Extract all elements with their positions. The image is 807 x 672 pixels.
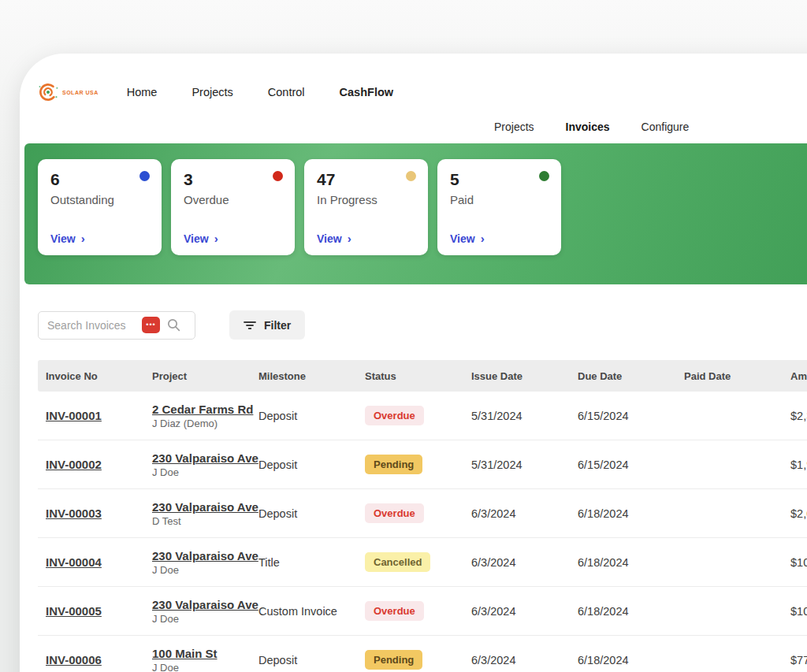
project-link[interactable]: 230 Valparaiso Ave bbox=[152, 451, 251, 465]
filter-button-label: Filter bbox=[264, 319, 291, 332]
amount-cell: $2,3 bbox=[783, 410, 807, 422]
invoices-table: Invoice NoProjectMilestoneStatusIssue Da… bbox=[38, 360, 807, 672]
column-header: Project bbox=[144, 370, 251, 382]
project-link[interactable]: 100 Main St bbox=[152, 647, 251, 660]
summary-cards-row: 6 Outstanding View› 3 Overdue View› 47 I… bbox=[24, 143, 807, 255]
table-body: INV-00001 2 Cedar Farms Rd J Diaz (Demo)… bbox=[38, 392, 807, 672]
column-header: Issue Date bbox=[463, 370, 570, 382]
status-badge: Pending bbox=[365, 455, 422, 474]
summary-banner: 6 Outstanding View› 3 Overdue View› 47 I… bbox=[24, 143, 807, 284]
summary-card-count: 47 bbox=[317, 170, 415, 189]
subnav-item-configure[interactable]: Configure bbox=[642, 121, 690, 133]
summary-card-label: Overdue bbox=[184, 193, 282, 206]
summary-card-count: 3 bbox=[184, 170, 282, 189]
amount-cell: $1,9 bbox=[783, 459, 807, 471]
summary-card-label: In Progress bbox=[317, 193, 415, 206]
column-header: Milestone bbox=[251, 370, 357, 382]
due-date-cell: 6/15/2024 bbox=[570, 459, 676, 471]
invoice-toolbar: ••• Filter bbox=[38, 310, 305, 340]
search-icon[interactable] bbox=[167, 318, 180, 332]
issue-date-cell: 6/3/2024 bbox=[463, 605, 570, 618]
status-dot-icon bbox=[273, 171, 283, 181]
chevron-right-icon: › bbox=[214, 232, 218, 245]
summary-card: 6 Outstanding View› bbox=[38, 159, 162, 255]
project-link[interactable]: 2 Cedar Farms Rd bbox=[152, 403, 251, 416]
brand-logo[interactable]: SOLAR USA bbox=[37, 81, 99, 103]
screen: SOLAR USA Home Projects Control CashFlow… bbox=[0, 0, 807, 672]
summary-card-count: 6 bbox=[50, 170, 149, 189]
column-header: Amo bbox=[783, 370, 807, 382]
table-row: INV-00002 230 Valparaiso Ave J Doe Depos… bbox=[38, 440, 807, 489]
column-header: Invoice No bbox=[38, 370, 144, 382]
chevron-right-icon: › bbox=[81, 232, 85, 245]
filter-icon bbox=[244, 320, 256, 331]
milestone-cell: Deposit bbox=[251, 654, 357, 666]
search-invoices-box: ••• bbox=[38, 311, 195, 340]
status-badge: Overdue bbox=[365, 601, 424, 621]
filter-button[interactable]: Filter bbox=[229, 310, 305, 340]
status-dot-icon bbox=[139, 171, 150, 181]
amount-cell: $100 bbox=[783, 605, 807, 618]
milestone-cell: Custom Invoice bbox=[251, 605, 357, 618]
table-header-row: Invoice NoProjectMilestoneStatusIssue Da… bbox=[38, 360, 807, 392]
primary-nav: SOLAR USA Home Projects Control CashFlow bbox=[37, 77, 428, 107]
summary-card: 5 Paid View› bbox=[437, 159, 561, 255]
milestone-cell: Deposit bbox=[251, 507, 357, 520]
project-link[interactable]: 230 Valparaiso Ave bbox=[152, 598, 251, 611]
project-client: J Diaz (Demo) bbox=[152, 418, 251, 429]
issue-date-cell: 6/3/2024 bbox=[463, 556, 570, 569]
project-client: J Doe bbox=[152, 564, 251, 576]
status-badge: Cancelled bbox=[365, 552, 430, 572]
table-row: INV-00001 2 Cedar Farms Rd J Diaz (Demo)… bbox=[38, 392, 807, 440]
nav-item-control[interactable]: Control bbox=[268, 86, 305, 98]
table-row: INV-00006 100 Main St J Doe Deposit Pend… bbox=[38, 636, 807, 672]
view-link[interactable]: View› bbox=[450, 232, 485, 245]
status-badge: Overdue bbox=[365, 503, 424, 523]
summary-card-label: Paid bbox=[450, 193, 549, 206]
summary-card-label: Outstanding bbox=[50, 193, 149, 206]
issue-date-cell: 6/3/2024 bbox=[463, 654, 570, 666]
milestone-cell: Deposit bbox=[251, 410, 357, 422]
invoice-number-link[interactable]: INV-00002 bbox=[46, 458, 102, 471]
summary-card-count: 5 bbox=[450, 170, 549, 189]
nav-item-home[interactable]: Home bbox=[127, 86, 158, 98]
due-date-cell: 6/18/2024 bbox=[570, 507, 676, 520]
search-invoices-input[interactable] bbox=[47, 319, 140, 332]
view-link[interactable]: View› bbox=[317, 232, 351, 245]
column-header: Paid Date bbox=[676, 370, 783, 382]
subnav-item-projects[interactable]: Projects bbox=[494, 121, 534, 133]
invoice-number-link[interactable]: INV-00003 bbox=[46, 507, 102, 520]
subnav-item-invoices[interactable]: Invoices bbox=[566, 121, 610, 133]
project-link[interactable]: 230 Valparaiso Ave bbox=[152, 500, 251, 514]
nav-item-cashflow[interactable]: CashFlow bbox=[340, 86, 393, 98]
summary-card: 3 Overdue View› bbox=[171, 159, 295, 255]
table-row: INV-00004 230 Valparaiso Ave J Doe Title… bbox=[38, 538, 807, 587]
password-extension-icon[interactable]: ••• bbox=[142, 317, 160, 333]
project-client: J Doe bbox=[152, 662, 251, 672]
milestone-cell: Deposit bbox=[251, 459, 357, 471]
issue-date-cell: 5/31/2024 bbox=[463, 410, 570, 422]
invoice-number-link[interactable]: INV-00004 bbox=[46, 555, 102, 569]
chevron-right-icon: › bbox=[348, 232, 351, 245]
due-date-cell: 6/18/2024 bbox=[570, 605, 676, 618]
status-dot-icon bbox=[406, 171, 416, 181]
app-window: SOLAR USA Home Projects Control CashFlow… bbox=[20, 54, 807, 672]
due-date-cell: 6/18/2024 bbox=[570, 556, 676, 569]
solar-usa-logo-icon bbox=[37, 81, 59, 103]
invoice-number-link[interactable]: INV-00006 bbox=[46, 653, 102, 666]
invoice-number-link[interactable]: INV-00001 bbox=[46, 409, 102, 422]
summary-card: 47 In Progress View› bbox=[304, 159, 428, 255]
amount-cell: $777 bbox=[783, 654, 807, 666]
project-link[interactable]: 230 Valparaiso Ave bbox=[152, 549, 251, 562]
amount-cell: $2,0 bbox=[783, 507, 807, 520]
milestone-cell: Title bbox=[251, 556, 357, 569]
view-link[interactable]: View› bbox=[50, 232, 85, 245]
amount-cell: $100 bbox=[783, 556, 807, 569]
invoice-number-link[interactable]: INV-00005 bbox=[46, 604, 102, 618]
nav-item-projects[interactable]: Projects bbox=[192, 86, 232, 98]
due-date-cell: 6/15/2024 bbox=[570, 410, 676, 422]
status-dot-icon bbox=[539, 171, 549, 181]
view-link[interactable]: View› bbox=[184, 232, 218, 245]
column-header: Due Date bbox=[570, 370, 676, 382]
chevron-right-icon: › bbox=[481, 232, 485, 245]
